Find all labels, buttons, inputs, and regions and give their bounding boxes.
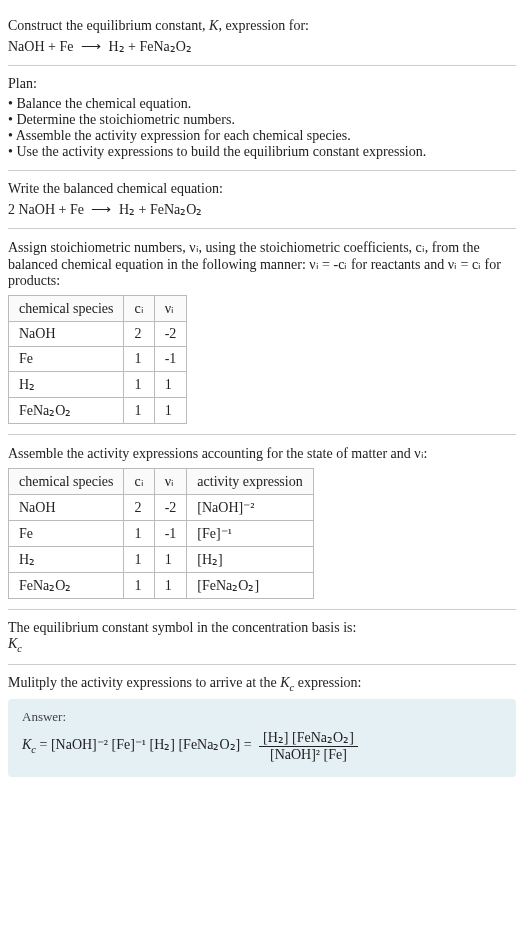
cell-species: FeNa₂O₂ — [9, 398, 124, 424]
col-vi: νᵢ — [154, 469, 187, 495]
kc-formula: Kc = [NaOH]⁻² [Fe]⁻¹ [H₂] [FeNa₂O₂] = [H… — [22, 729, 502, 763]
cell-species: NaOH — [9, 322, 124, 347]
symbol-section: The equilibrium constant symbol in the c… — [8, 610, 516, 665]
balanced-lhs: 2 NaOH + Fe — [8, 202, 84, 217]
table-row: NaOH 2 -2 [NaOH]⁻² — [9, 495, 314, 521]
plan-item: Assemble the activity expression for eac… — [8, 128, 516, 144]
multiply-section: Mulitply the activity expressions to arr… — [8, 665, 516, 787]
activity-section: Assemble the activity expressions accoun… — [8, 435, 516, 610]
kc-left: Kc — [22, 737, 36, 752]
activity-table: chemical species cᵢ νᵢ activity expressi… — [8, 468, 314, 599]
plan-section: Plan: Balance the chemical equation. Det… — [8, 66, 516, 171]
kc-flat: = [NaOH]⁻² [Fe]⁻¹ [H₂] [FeNa₂O₂] = — [40, 737, 256, 752]
cell-ci: 2 — [124, 495, 154, 521]
col-ci: cᵢ — [124, 296, 154, 322]
table-header-row: chemical species cᵢ νᵢ — [9, 296, 187, 322]
plan-item: Balance the chemical equation. — [8, 96, 516, 112]
activity-text: Assemble the activity expressions accoun… — [8, 445, 516, 462]
stoich-section: Assign stoichiometric numbers, νᵢ, using… — [8, 229, 516, 435]
plan-item: Use the activity expressions to build th… — [8, 144, 516, 160]
answer-box: Answer: Kc = [NaOH]⁻² [Fe]⁻¹ [H₂] [FeNa₂… — [8, 699, 516, 777]
kc-numerator: [H₂] [FeNa₂O₂] — [259, 729, 358, 747]
stoich-text: Assign stoichiometric numbers, νᵢ, using… — [8, 239, 516, 289]
kc-denominator: [NaOH]² [Fe] — [259, 747, 358, 763]
cell-ci: 2 — [124, 322, 154, 347]
cell-species: H₂ — [9, 372, 124, 398]
arrow-icon: ⟶ — [81, 38, 101, 55]
plan-list: Balance the chemical equation. Determine… — [8, 96, 516, 160]
multiply-text: Mulitply the activity expressions to arr… — [8, 675, 516, 693]
cell-expr: [FeNa₂O₂] — [187, 573, 313, 599]
kc-symbol: Kc — [8, 636, 516, 654]
cell-ci: 1 — [124, 547, 154, 573]
balanced-section: Write the balanced chemical equation: 2 … — [8, 171, 516, 229]
cell-expr: [NaOH]⁻² — [187, 495, 313, 521]
cell-vi: 1 — [154, 372, 187, 398]
answer-label: Answer: — [22, 709, 502, 725]
table-row: H₂ 1 1 — [9, 372, 187, 398]
cell-vi: -2 — [154, 495, 187, 521]
plan-title: Plan: — [8, 76, 516, 92]
eq-rhs: H₂ + FeNa₂O₂ — [108, 39, 191, 54]
unbalanced-equation: NaOH + Fe ⟶ H₂ + FeNa₂O₂ — [8, 38, 516, 55]
cell-species: H₂ — [9, 547, 124, 573]
cell-vi: 1 — [154, 398, 187, 424]
balanced-equation: 2 NaOH + Fe ⟶ H₂ + FeNa₂O₂ — [8, 201, 516, 218]
cell-ci: 1 — [124, 521, 154, 547]
table-row: H₂ 1 1 [H₂] — [9, 547, 314, 573]
balanced-title: Write the balanced chemical equation: — [8, 181, 516, 197]
table-row: Fe 1 -1 — [9, 347, 187, 372]
table-row: FeNa₂O₂ 1 1 [FeNa₂O₂] — [9, 573, 314, 599]
cell-vi: -1 — [154, 347, 187, 372]
table-row: NaOH 2 -2 — [9, 322, 187, 347]
prompt-section: Construct the equilibrium constant, K, e… — [8, 8, 516, 66]
col-vi: νᵢ — [154, 296, 187, 322]
symbol-text: The equilibrium constant symbol in the c… — [8, 620, 516, 636]
cell-vi: -1 — [154, 521, 187, 547]
table-header-row: chemical species cᵢ νᵢ activity expressi… — [9, 469, 314, 495]
cell-ci: 1 — [124, 573, 154, 599]
table-row: Fe 1 -1 [Fe]⁻¹ — [9, 521, 314, 547]
col-species: chemical species — [9, 296, 124, 322]
cell-expr: [Fe]⁻¹ — [187, 521, 313, 547]
cell-species: Fe — [9, 347, 124, 372]
prompt-title: Construct the equilibrium constant, K, e… — [8, 18, 516, 34]
cell-ci: 1 — [124, 347, 154, 372]
col-expr: activity expression — [187, 469, 313, 495]
col-ci: cᵢ — [124, 469, 154, 495]
cell-ci: 1 — [124, 372, 154, 398]
kc-fraction: [H₂] [FeNa₂O₂] [NaOH]² [Fe] — [259, 729, 358, 763]
cell-species: Fe — [9, 521, 124, 547]
cell-expr: [H₂] — [187, 547, 313, 573]
stoich-table: chemical species cᵢ νᵢ NaOH 2 -2 Fe 1 -1… — [8, 295, 187, 424]
eq-lhs: NaOH + Fe — [8, 39, 73, 54]
arrow-icon: ⟶ — [91, 201, 111, 218]
table-row: FeNa₂O₂ 1 1 — [9, 398, 187, 424]
cell-vi: -2 — [154, 322, 187, 347]
cell-vi: 1 — [154, 547, 187, 573]
cell-ci: 1 — [124, 398, 154, 424]
plan-item: Determine the stoichiometric numbers. — [8, 112, 516, 128]
col-species: chemical species — [9, 469, 124, 495]
balanced-rhs: H₂ + FeNa₂O₂ — [119, 202, 202, 217]
cell-species: NaOH — [9, 495, 124, 521]
cell-vi: 1 — [154, 573, 187, 599]
cell-species: FeNa₂O₂ — [9, 573, 124, 599]
